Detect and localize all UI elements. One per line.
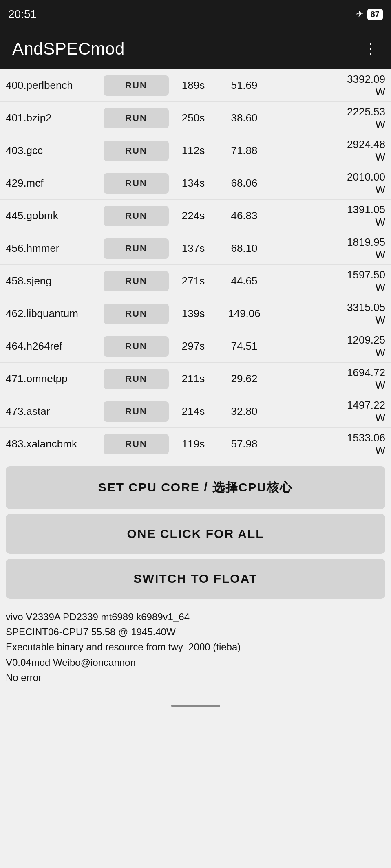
bench-score: 74.51	[218, 340, 271, 352]
bench-name: 462.libquantum	[6, 307, 104, 320]
table-row: 471.omnetppRUN211s29.621694.72W	[0, 363, 391, 395]
menu-button[interactable]: ⋮	[363, 40, 379, 57]
bench-name: 458.sjeng	[6, 275, 104, 287]
bench-name: 445.gobmk	[6, 209, 104, 222]
footer-line-4: V0.04mod Weibo@ioncannon	[6, 655, 385, 670]
bench-name: 401.bzip2	[6, 112, 104, 124]
bench-score: 149.06	[218, 307, 271, 320]
table-row: 403.gccRUN112s71.882924.48W	[0, 134, 391, 167]
benchmark-table: 400.perlbenchRUN189s51.693392.09W401.bzi…	[0, 69, 391, 460]
table-row: 462.libquantumRUN139s149.063315.05W	[0, 297, 391, 330]
bench-watts: 1533.06W	[271, 432, 385, 457]
run-button[interactable]: RUN	[104, 75, 169, 96]
bench-time: 224s	[169, 209, 218, 222]
table-row: 458.sjengRUN271s44.651597.50W	[0, 265, 391, 297]
bench-score: 57.98	[218, 438, 271, 450]
bench-watts: 1819.95W	[271, 236, 385, 261]
bench-score: 29.62	[218, 372, 271, 385]
bench-score: 44.65	[218, 275, 271, 287]
run-button[interactable]: RUN	[104, 401, 169, 422]
footer-line-2: SPECINT06-CPU7 55.58 @ 1945.40W	[6, 624, 385, 639]
bench-name: 429.mcf	[6, 177, 104, 189]
footer-line-3: Executable binary and resource from twy_…	[6, 639, 385, 654]
run-button[interactable]: RUN	[104, 271, 169, 291]
status-time: 20:51	[8, 8, 37, 21]
bench-score: 68.10	[218, 242, 271, 255]
bench-watts: 1497.22W	[271, 399, 385, 424]
nav-indicator	[171, 705, 220, 707]
bench-time: 112s	[169, 144, 218, 157]
table-row: 464.h264refRUN297s74.511209.25W	[0, 330, 391, 363]
bench-watts: 3315.05W	[271, 301, 385, 326]
bench-time: 139s	[169, 307, 218, 320]
bench-watts: 1597.50W	[271, 269, 385, 294]
footer-line-5: No error	[6, 670, 385, 685]
bench-score: 51.69	[218, 79, 271, 92]
run-button[interactable]: RUN	[104, 173, 169, 194]
run-button[interactable]: RUN	[104, 206, 169, 226]
table-row: 400.perlbenchRUN189s51.693392.09W	[0, 69, 391, 102]
table-row: 401.bzip2RUN250s38.602225.53W	[0, 102, 391, 134]
action-buttons-section: SET CPU CORE / 选择CPU核心 ONE CLICK FOR ALL…	[0, 462, 391, 603]
table-row: 473.astarRUN214s32.801497.22W	[0, 395, 391, 428]
table-row: 456.hmmerRUN137s68.101819.95W	[0, 232, 391, 265]
status-icons: ✈ 87	[356, 9, 383, 20]
bench-time: 214s	[169, 405, 218, 418]
bench-score: 68.06	[218, 177, 271, 189]
table-row: 445.gobmkRUN224s46.831391.05W	[0, 200, 391, 232]
status-bar: 20:51 ✈ 87	[0, 0, 391, 29]
battery-level: 87	[367, 9, 383, 20]
bench-watts: 1694.72W	[271, 366, 385, 392]
bench-score: 38.60	[218, 112, 271, 124]
one-click-all-button[interactable]: ONE CLICK FOR ALL	[6, 514, 385, 554]
bench-time: 297s	[169, 340, 218, 352]
run-button[interactable]: RUN	[104, 304, 169, 324]
bench-time: 271s	[169, 275, 218, 287]
switch-to-float-button[interactable]: SWITCH TO FLOAT	[6, 559, 385, 599]
bench-watts: 1209.25W	[271, 334, 385, 359]
run-button[interactable]: RUN	[104, 434, 169, 454]
table-row: 429.mcfRUN134s68.062010.00W	[0, 167, 391, 200]
set-cpu-core-button[interactable]: SET CPU CORE / 选择CPU核心	[6, 466, 385, 509]
bench-name: 464.h264ref	[6, 340, 104, 352]
run-button[interactable]: RUN	[104, 108, 169, 128]
bench-time: 137s	[169, 242, 218, 255]
bench-name: 471.omnetpp	[6, 372, 104, 385]
bench-watts: 3392.09W	[271, 73, 385, 98]
bench-score: 32.80	[218, 405, 271, 418]
bench-name: 473.astar	[6, 405, 104, 418]
run-button[interactable]: RUN	[104, 141, 169, 161]
run-button[interactable]: RUN	[104, 369, 169, 389]
bench-name: 403.gcc	[6, 144, 104, 157]
bench-name: 456.hmmer	[6, 242, 104, 255]
bench-name: 483.xalancbmk	[6, 438, 104, 450]
app-bar: AndSPECmod ⋮	[0, 29, 391, 69]
bench-name: 400.perlbench	[6, 79, 104, 92]
bench-watts: 2010.00W	[271, 171, 385, 196]
footer-line-1: vivo V2339A PD2339 mt6989 k6989v1_64	[6, 609, 385, 624]
bench-watts: 1391.05W	[271, 203, 385, 229]
bench-score: 71.88	[218, 144, 271, 157]
bench-time: 250s	[169, 112, 218, 124]
app-title: AndSPECmod	[12, 39, 125, 59]
bench-watts: 2924.48W	[271, 138, 385, 163]
bench-time: 134s	[169, 177, 218, 189]
info-footer: vivo V2339A PD2339 mt6989 k6989v1_64 SPE…	[0, 603, 391, 692]
run-button[interactable]: RUN	[104, 336, 169, 357]
bench-watts: 2225.53W	[271, 106, 385, 131]
bench-time: 211s	[169, 372, 218, 385]
bench-score: 46.83	[218, 209, 271, 222]
table-row: 483.xalancbmkRUN119s57.981533.06W	[0, 428, 391, 460]
run-button[interactable]: RUN	[104, 238, 169, 259]
airplane-icon: ✈	[356, 9, 363, 20]
bench-time: 189s	[169, 79, 218, 92]
bench-time: 119s	[169, 438, 218, 450]
navigation-bar	[0, 696, 391, 716]
